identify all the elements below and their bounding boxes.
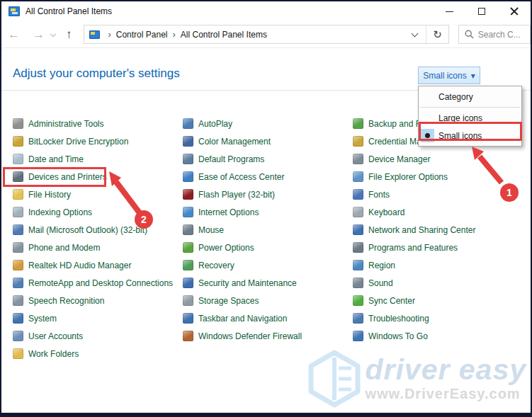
control-panel-item[interactable]: Windows Defender Firewall (183, 327, 351, 345)
work-folders-icon (13, 348, 23, 359)
view-menu-item-category[interactable]: Category (419, 88, 521, 105)
control-panel-item-label: Default Programs (198, 154, 264, 164)
control-panel-item-label: Indexing Options (28, 207, 92, 217)
maximize-button[interactable] (465, 1, 498, 21)
autoplay-icon (183, 118, 193, 129)
control-panel-item[interactable]: Programs and Features (353, 239, 531, 256)
control-panel-item[interactable]: Phone and Modem (13, 239, 181, 256)
control-panel-item[interactable]: Security and Maintenance (183, 274, 351, 292)
items-column-3: Backup and Restore (Windows 7)Credential… (353, 115, 531, 345)
control-panel-item[interactable]: Mail (Microsoft Outlook) (32-bit) (13, 221, 181, 239)
control-panel-item[interactable]: Taskbar and Navigation (183, 309, 351, 327)
close-icon (510, 7, 519, 16)
fonts-icon (353, 189, 363, 200)
security-maintenance-icon (183, 278, 193, 288)
sound-icon (353, 278, 363, 288)
control-panel-item[interactable]: Sync Center (353, 292, 531, 309)
breadcrumb-chevron-icon: › (103, 29, 115, 40)
admin-tools-icon (13, 118, 23, 129)
control-panel-item[interactable]: Color Management (183, 132, 351, 150)
storage-spaces-icon (183, 295, 193, 306)
address-bar[interactable]: › Control Panel › All Control Panel Item… (84, 25, 448, 44)
menu-divider (419, 107, 521, 108)
up-button[interactable]: ↑ (60, 28, 79, 40)
maximize-icon (478, 8, 485, 15)
control-panel-item[interactable]: Keyboard (353, 203, 531, 221)
back-button[interactable]: ← (1, 28, 26, 40)
control-panel-item-label: Date and Time (28, 154, 84, 164)
control-panel-item[interactable]: Speech Recognition (13, 292, 181, 309)
close-button[interactable] (498, 1, 531, 21)
refresh-button[interactable]: ↻ (426, 28, 448, 41)
search-icon (465, 30, 474, 39)
programs-features-icon (353, 242, 363, 253)
search-box[interactable] (458, 25, 531, 44)
minimize-button[interactable] (433, 1, 465, 21)
recovery-icon (183, 260, 193, 270)
control-panel-item[interactable]: System (13, 309, 181, 327)
control-panel-item[interactable]: Work Folders (13, 345, 181, 362)
control-panel-item-label: Fonts (368, 190, 390, 200)
control-panel-item-label: Windows Defender Firewall (198, 331, 302, 341)
realtek-audio-icon (13, 260, 23, 270)
minimize-icon (446, 11, 453, 12)
control-panel-item[interactable]: Storage Spaces (183, 292, 351, 309)
ease-of-access-icon (183, 171, 193, 182)
titlebar: All Control Panel Items (1, 1, 531, 21)
control-panel-item[interactable]: AutoPlay (183, 115, 351, 132)
control-panel-item[interactable]: Region (353, 256, 531, 274)
breadcrumb-all-items[interactable]: All Control Panel Items (181, 30, 267, 40)
annotation-box-devices-and-printers (3, 167, 106, 187)
control-panel-item[interactable]: Realtek HD Audio Manager (13, 256, 181, 274)
control-panel-item[interactable]: Indexing Options (13, 203, 181, 221)
history-dropdown-icon[interactable] (50, 30, 56, 36)
watermark-brand: driver easy (365, 355, 526, 384)
control-panel-item[interactable]: Ease of Access Center (183, 168, 351, 185)
control-panel-item[interactable]: Administrative Tools (13, 115, 181, 132)
search-input[interactable] (478, 30, 528, 40)
control-panel-item-label: Network and Sharing Center (368, 225, 475, 235)
forward-button[interactable]: → (26, 28, 51, 40)
address-dropdown-icon[interactable] (412, 30, 419, 37)
control-panel-item-label: Phone and Modem (28, 243, 100, 253)
control-panel-item[interactable]: Recovery (183, 256, 351, 274)
control-panel-item[interactable]: RemoteApp and Desktop Connections (13, 274, 181, 292)
control-panel-item[interactable]: Flash Player (32-bit) (183, 185, 351, 203)
control-panel-item-label: User Accounts (28, 331, 83, 341)
control-panel-item[interactable]: Network and Sharing Center (353, 221, 531, 239)
control-panel-item-label: Recovery (198, 261, 234, 270)
control-panel-item[interactable]: Mouse (183, 221, 351, 239)
control-panel-item-label: Speech Recognition (28, 296, 104, 306)
control-panel-item-label: Troubleshooting (368, 314, 429, 324)
control-panel-item[interactable]: BitLocker Drive Encryption (13, 132, 181, 150)
window-title: All Control Panel Items (26, 6, 112, 16)
page-title: Adjust your computer's settings (13, 67, 180, 81)
navigation-bar: ← → ↑ › Control Panel › All Control Pane… (1, 21, 531, 48)
control-panel-item[interactable]: File History (13, 185, 181, 203)
control-panel-item[interactable]: Sound (353, 274, 531, 292)
driver-easy-logo-icon (307, 349, 362, 409)
control-panel-item[interactable]: Device Manager (353, 150, 531, 168)
control-panel-item-label: Mail (Microsoft Outlook) (32-bit) (28, 225, 147, 235)
control-panel-item-label: Windows To Go (368, 331, 428, 341)
driver-easy-watermark: driver easy www.DriverEasy.com (307, 349, 526, 409)
control-panel-item[interactable]: Windows To Go (353, 327, 531, 345)
sync-center-icon (353, 295, 363, 306)
control-panel-item-label: Device Manager (368, 154, 430, 164)
indexing-options-icon (13, 207, 23, 217)
control-panel-item[interactable]: Internet Options (183, 203, 351, 221)
control-panel-item[interactable]: File Explorer Options (353, 168, 531, 185)
control-panel-item-label: Mouse (198, 225, 224, 235)
control-panel-item-label: File Explorer Options (368, 172, 448, 182)
flash-player-icon (183, 189, 193, 200)
view-by-dropdown[interactable]: Small icons ▾ (418, 67, 480, 84)
control-panel-item-label: Region (368, 261, 395, 270)
control-panel-item[interactable]: User Accounts (13, 327, 181, 345)
control-panel-item[interactable]: Date and Time (13, 150, 181, 168)
control-panel-item[interactable]: Default Programs (183, 150, 351, 168)
breadcrumb-control-panel[interactable]: Control Panel (116, 30, 168, 40)
troubleshooting-icon (353, 313, 363, 324)
items-column-2: AutoPlayColor ManagementDefault Programs… (183, 115, 351, 345)
control-panel-item[interactable]: Power Options (183, 239, 351, 256)
control-panel-item[interactable]: Troubleshooting (353, 309, 531, 327)
